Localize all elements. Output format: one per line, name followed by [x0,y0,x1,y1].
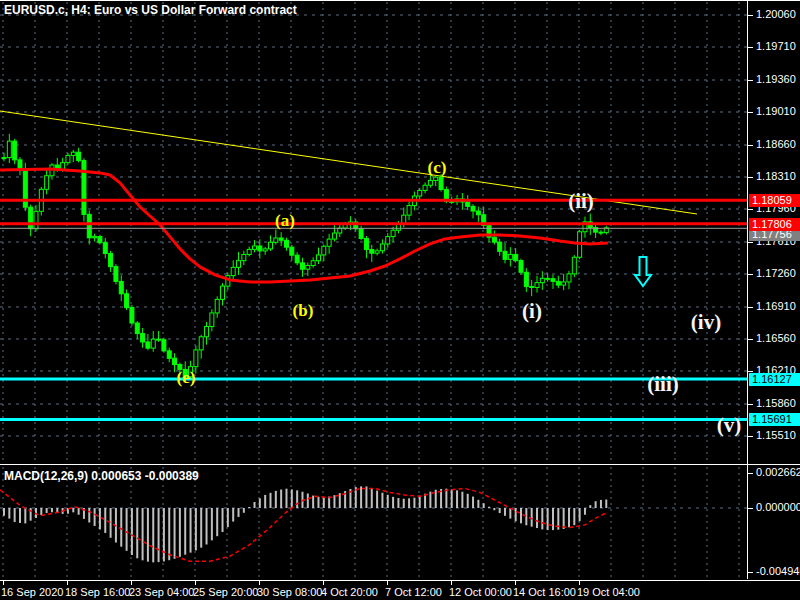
candle-bear [119,281,123,293]
candle-bull [247,249,251,254]
price-axis[interactable]: 1.200601.197101.193601.190101.186601.183… [747,1,800,464]
candle-bull [93,237,97,238]
candle-bear [556,281,560,285]
candle-bull [242,254,246,260]
price-tick-label: 1.16910 [756,300,796,312]
macd-axis[interactable]: 0.0026620.000000-0.004940 [747,465,800,579]
price-badge-resistance: 1.17806 [749,218,800,231]
candle-bear [290,247,294,255]
price-tick-mark [748,209,753,210]
candle-bear [284,240,288,247]
price-tick-mark [748,339,753,340]
wave-label-iv[interactable]: (iv) [691,310,721,334]
candle-bull [45,176,49,190]
price-chart-canvas[interactable]: (a)(b)(c)(e)(i)(ii)(iii)(iv)(v) [0,1,800,600]
price-badge-support: 1.15691 [749,413,800,426]
price-tick-mark [748,307,753,308]
candle-bear [551,279,555,282]
date-tick-mark [323,581,324,585]
date-label: 12 Oct 00:00 [449,586,512,598]
date-tick-mark [579,581,580,585]
wave-label-e[interactable]: (e) [177,368,196,387]
date-label: 18 Sep 16:00 [65,586,130,598]
wave-label-v[interactable]: (v) [717,413,742,437]
candle-bull [391,230,395,236]
date-tick-mark [67,581,68,585]
candle-bull [380,244,384,251]
wave-label-c[interactable]: (c) [428,158,447,177]
price-tick-mark [748,371,753,372]
candle-bear [519,261,523,273]
candle-bear [103,243,107,254]
candle-bull [269,242,273,249]
candle-bull [210,313,214,327]
price-tick-label: 1.15860 [756,397,796,409]
candle-bull [423,185,427,190]
candle-bull [396,224,400,230]
candle-bull [434,177,438,180]
candle-bull [274,238,278,242]
candle-bull [263,249,267,251]
candle-bull [306,266,310,270]
candle-bull [71,152,75,155]
candle-bear [471,206,475,211]
wave-label-i[interactable]: (i) [522,299,542,323]
candle-bull [327,239,331,246]
price-tick-label: 1.18660 [756,138,796,150]
candle-bull [221,286,225,299]
candle-bear [599,232,603,233]
candle-bear [173,358,177,364]
candle-bear [258,246,262,251]
date-tick-mark [451,581,452,585]
candle-bull [215,299,219,313]
macd-tick-label: -0.004940 [756,565,800,577]
date-label: 23 Sep 04:00 [129,586,194,598]
time-axis[interactable]: 16 Sep 202018 Sep 16:0023 Sep 04:0025 Se… [0,580,800,600]
date-tick-mark [515,581,516,585]
macd-tick-label: 0.000000 [756,501,800,513]
candle-bear [125,294,129,308]
candle-bear [466,202,470,206]
candle-bull [407,206,411,216]
date-label: 4 Oct 20:00 [321,586,378,598]
candle-bull [199,337,203,350]
date-tick-mark [195,581,196,585]
candle-bear [98,237,102,243]
date-tick-mark [259,581,260,585]
price-tick-mark [748,436,753,437]
wave-label-a[interactable]: (a) [275,211,295,230]
candle-bear [503,251,507,259]
price-badge-support: 1.16127 [749,373,800,386]
price-tick-label: 1.19010 [756,105,796,117]
down-arrow[interactable] [635,257,651,286]
date-label: 7 Oct 12:00 [385,586,442,598]
candle-bull [322,246,326,255]
price-tick-mark [748,177,753,178]
wave-label-ii[interactable]: (ii) [568,189,594,213]
date-label: 14 Oct 16:00 [513,586,576,598]
candle-bear [130,308,134,323]
candle-bear [141,334,145,342]
candle-bull [237,261,241,268]
candle-bull [194,350,198,367]
macd-tick-mark [748,473,753,474]
date-label: 16 Sep 2020 [1,586,63,598]
date-tick-mark [387,581,388,585]
candle-bear [359,229,363,239]
candle-bear [167,351,171,358]
candle-bear [146,342,150,348]
candle-bear [82,161,86,215]
macd-tick-mark [748,508,753,509]
wave-label-b[interactable]: (b) [293,301,314,320]
candle-bull [34,211,38,228]
candle-bull [508,254,512,259]
panel-separator[interactable] [0,464,800,465]
price-tick-mark [748,80,753,81]
price-badge-resistance: 1.18059 [749,194,800,207]
candle-bear [157,339,161,340]
candle-bull [7,141,11,157]
wave-label-iii[interactable]: (iii) [647,372,679,396]
price-tick-label: 1.20060 [756,8,796,20]
candle-bull [332,233,336,239]
candle-bear [546,278,550,279]
